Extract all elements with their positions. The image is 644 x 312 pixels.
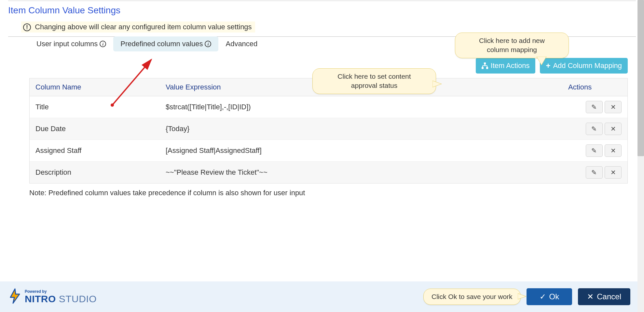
callout-text: Click here to set content approval statu… [321,72,428,90]
th-column-name: Column Name [30,78,160,96]
warning-banner: ! Changing above will clear any configur… [21,21,255,33]
callout-text: Click here to add new column mapping [463,36,561,55]
column-mapping-table: Column Name Value Expression Actions Tit… [29,78,628,183]
brand-logo: Powered by NITRO STUDIO [7,288,97,305]
delete-button[interactable]: ✕ [605,101,622,113]
svg-rect-3 [482,67,484,69]
delete-button[interactable]: ✕ [605,166,622,179]
edit-button[interactable]: ✎ [586,123,603,135]
info-icon[interactable]: i [205,41,211,47]
add-column-mapping-button[interactable]: + Add Column Mapping [540,58,628,74]
tab-label: Predefined column values [120,40,203,48]
edit-button[interactable]: ✎ [586,101,603,113]
table-row: Due Date {Today} ✎ ✕ [30,118,627,140]
edit-button[interactable]: ✎ [586,144,603,157]
close-icon: ✕ [610,103,616,111]
hierarchy-icon [482,62,488,69]
pencil-icon: ✎ [591,125,597,133]
cell-value-expression: $strcat([Title|Title],-,[ID|ID]) [160,96,562,118]
top-divider [8,0,636,1]
callout-tail-icon [432,79,442,89]
button-label: Add Column Mapping [553,61,622,70]
delete-button[interactable]: ✕ [605,144,622,157]
callout-text: Click Ok to save your work [432,293,513,300]
callout-save: Click Ok to save your work [423,289,521,305]
logo-mark-icon [7,288,23,305]
footer-bar: Powered by NITRO STUDIO Click Ok to save… [0,281,637,312]
svg-rect-4 [486,67,488,69]
powered-by-label: Powered by [25,290,97,293]
button-label: Item Actions [491,61,530,70]
tab-advanced[interactable]: Advanced [218,36,265,51]
brand-name: NITRO STUDIO [25,294,97,304]
tab-user-input-columns[interactable]: User input columns i [29,36,113,51]
delete-button[interactable]: ✕ [605,123,622,135]
alert-icon: ! [23,23,31,31]
close-icon: ✕ [587,292,594,301]
page-title: Item Column Value Settings [8,5,644,16]
th-actions: Actions [562,78,627,96]
pencil-icon: ✎ [591,169,597,176]
note-text: Note: Predefined column values take prec… [29,189,636,197]
pencil-icon: ✎ [591,147,597,155]
table-row: Title $strcat([Title|Title],-,[ID|ID]) ✎… [30,96,627,118]
button-label: Cancel [597,292,621,301]
edit-button[interactable]: ✎ [586,166,603,179]
tab-label: Advanced [226,40,257,48]
cell-column-name: Assigned Staff [30,140,160,162]
cell-value-expression: ~~"Please Review the Ticket"~~ [160,162,562,183]
check-icon: ✓ [540,292,546,301]
scrollbar-thumb[interactable] [637,0,644,156]
table-row: Description ~~"Please Review the Ticket"… [30,162,627,183]
callout-approval-status: Click here to set content approval statu… [312,68,436,94]
cell-column-name: Due Date [30,118,160,140]
callout-tail-icon [518,292,527,301]
cell-column-name: Description [30,162,160,183]
button-label: Ok [549,292,559,301]
table-row: Assigned Staff [Assigned Staff|AssignedS… [30,140,627,162]
warning-text: Changing above will clear any configured… [35,23,252,31]
scrollbar-track[interactable] [637,0,644,312]
close-icon: ✕ [610,147,616,155]
svg-rect-2 [484,62,486,64]
callout-tail-icon [535,57,548,66]
info-icon[interactable]: i [100,41,106,47]
item-actions-button[interactable]: Item Actions [476,58,536,74]
pencil-icon: ✎ [591,103,597,111]
cell-value-expression: [Assigned Staff|AssignedStaff] [160,140,562,162]
cancel-button[interactable]: ✕ Cancel [578,288,630,305]
tab-label: User input columns [36,40,98,48]
cell-column-name: Title [30,96,160,118]
tab-predefined-column-values[interactable]: Predefined column values i [113,36,218,51]
close-icon: ✕ [610,169,616,176]
ok-button[interactable]: ✓ Ok [527,288,572,305]
callout-add-mapping: Click here to add new column mapping [455,33,569,58]
cell-value-expression: {Today} [160,118,562,140]
close-icon: ✕ [610,125,616,133]
